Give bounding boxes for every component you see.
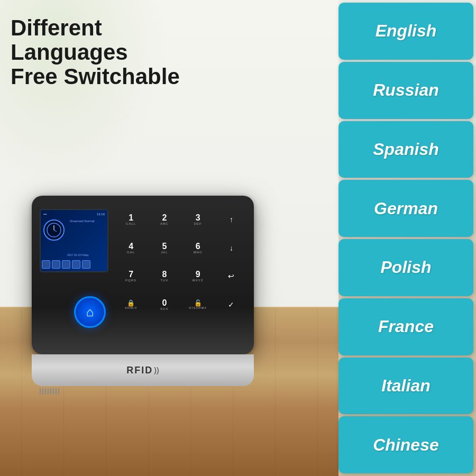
lang-btn-russian[interactable]: Russian bbox=[338, 62, 473, 119]
lang-label-spanish: Spanish bbox=[373, 140, 438, 159]
lcd-inner: ▪▪▪ 13:16 2017-10-13 Friday Disarmed Nor… bbox=[41, 210, 107, 271]
key-arm[interactable]: 🔒ARM/# bbox=[116, 300, 145, 309]
device-bottom-strip: RFID )) bbox=[32, 354, 254, 386]
heading-line2: Free Switchable bbox=[11, 65, 201, 89]
scene: Different Languages Free Switchable ▪▪▪ … bbox=[0, 0, 476, 476]
lcd-icons bbox=[42, 260, 106, 269]
lang-label-france: France bbox=[378, 317, 434, 336]
rfid-wave-icon: )) bbox=[154, 366, 159, 374]
speaker-hole bbox=[50, 388, 51, 395]
lang-btn-polish[interactable]: Polish bbox=[338, 239, 473, 296]
speaker-hole bbox=[40, 388, 41, 395]
lcd-date: 2017-10-13 Friday bbox=[67, 253, 89, 257]
lang-label-italian: Italian bbox=[381, 376, 430, 396]
rfid-label: RFID bbox=[126, 365, 153, 376]
heading-line1: Different Languages bbox=[11, 16, 201, 65]
key-3[interactable]: 3DEF bbox=[184, 214, 213, 225]
key-1[interactable]: 1CALL bbox=[116, 214, 145, 225]
lang-label-german: German bbox=[374, 199, 438, 218]
speaker bbox=[40, 386, 82, 397]
keypad-row-1: 1CALL 2ABC 3DEF ↑ bbox=[116, 206, 246, 233]
keypad-row-2: 4GHL 5JKL 6MNO ↓ bbox=[116, 235, 246, 261]
lang-btn-spanish[interactable]: Spanish bbox=[338, 121, 473, 178]
key-6[interactable]: 6MNO bbox=[184, 242, 213, 254]
key-down[interactable]: ↓ bbox=[217, 244, 246, 252]
lcd-icon-home bbox=[62, 260, 70, 269]
key-0-sos[interactable]: 0SOS bbox=[150, 299, 179, 310]
lcd-status-text: Disarmed Normal bbox=[70, 219, 95, 223]
lang-btn-english[interactable]: English bbox=[338, 3, 473, 60]
speaker-hole bbox=[42, 388, 43, 395]
lang-label-russian: Russian bbox=[373, 80, 438, 100]
keypad: 1CALL 2ABC 3DEF ↑ 4GHL 5JKL 6MNO ↓ 7PQRS… bbox=[116, 206, 246, 346]
key-2[interactable]: 2ABC bbox=[150, 214, 179, 225]
language-panel: EnglishRussianSpanishGermanPolishFranceI… bbox=[336, 0, 476, 476]
key-back[interactable]: ↩ bbox=[217, 272, 246, 280]
key-up[interactable]: ↑ bbox=[217, 215, 246, 224]
key-8[interactable]: 8TUV bbox=[150, 270, 179, 282]
key-disarm[interactable]: 🔓DISARM# bbox=[184, 300, 213, 309]
home-button[interactable]: ⌂ bbox=[74, 296, 106, 328]
keypad-row-3: 7PQRS 8TUV 9WXYZ ↩ bbox=[116, 263, 246, 290]
lcd-icon-lock bbox=[52, 260, 60, 269]
heading-block: Different Languages Free Switchable bbox=[11, 16, 201, 89]
lcd-icon-bell bbox=[72, 260, 80, 269]
lcd-icon-msg bbox=[82, 260, 90, 269]
lcd-statusbar: ▪▪▪ 13:16 bbox=[43, 213, 105, 216]
speaker-hole bbox=[58, 388, 59, 395]
lang-label-chinese: Chinese bbox=[373, 435, 438, 455]
key-4[interactable]: 4GHL bbox=[116, 242, 145, 254]
key-confirm[interactable]: ✓ bbox=[217, 300, 246, 309]
speaker-hole bbox=[45, 388, 46, 395]
key-7[interactable]: 7PQRS bbox=[116, 270, 145, 282]
speaker-hole bbox=[56, 388, 57, 395]
key-9[interactable]: 9WXYZ bbox=[184, 270, 213, 282]
lang-label-english: English bbox=[376, 21, 437, 41]
lcd-screen: ▪▪▪ 13:16 2017-10-13 Friday Disarmed Nor… bbox=[40, 209, 108, 272]
lcd-icon-call bbox=[42, 260, 50, 269]
lang-btn-france[interactable]: France bbox=[338, 298, 473, 355]
speaker-hole bbox=[48, 388, 49, 395]
key-5[interactable]: 5JKL bbox=[150, 242, 179, 254]
lcd-time: 13:16 bbox=[97, 213, 105, 216]
home-icon: ⌂ bbox=[86, 305, 94, 319]
device-shell: ▪▪▪ 13:16 2017-10-13 Friday Disarmed Nor… bbox=[32, 196, 254, 354]
lcd-clock-face bbox=[43, 219, 65, 241]
lang-label-polish: Polish bbox=[380, 258, 431, 277]
lang-btn-chinese[interactable]: Chinese bbox=[338, 416, 473, 473]
lcd-signal-icon: ▪▪▪ bbox=[43, 213, 47, 216]
speaker-hole bbox=[53, 388, 54, 395]
alarm-device: ▪▪▪ 13:16 2017-10-13 Friday Disarmed Nor… bbox=[32, 196, 254, 370]
lang-btn-german[interactable]: German bbox=[338, 180, 473, 237]
lang-btn-italian[interactable]: Italian bbox=[338, 358, 473, 415]
keypad-row-4: 🔒ARM/# 0SOS 🔓DISARM# ✓ bbox=[116, 291, 246, 318]
